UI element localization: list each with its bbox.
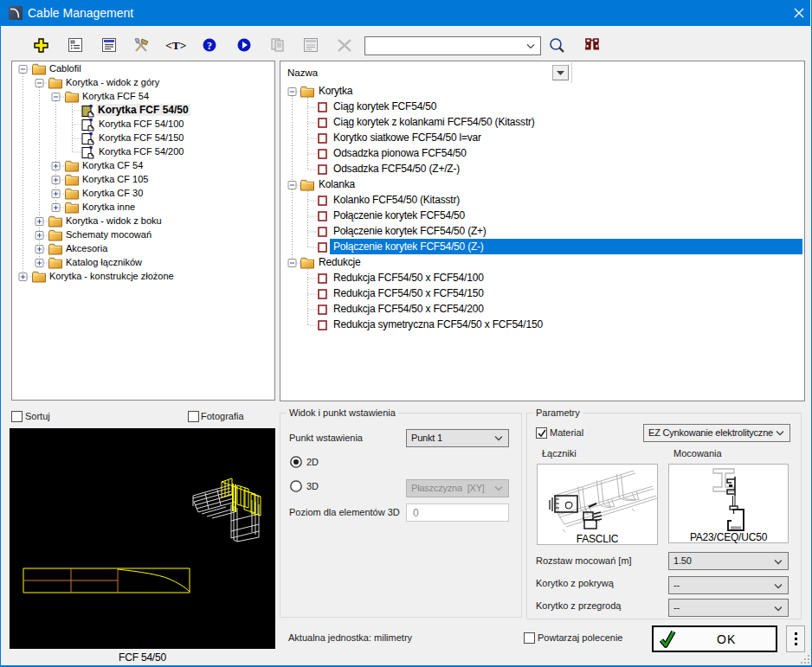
svg-text:?: ? bbox=[207, 40, 212, 52]
